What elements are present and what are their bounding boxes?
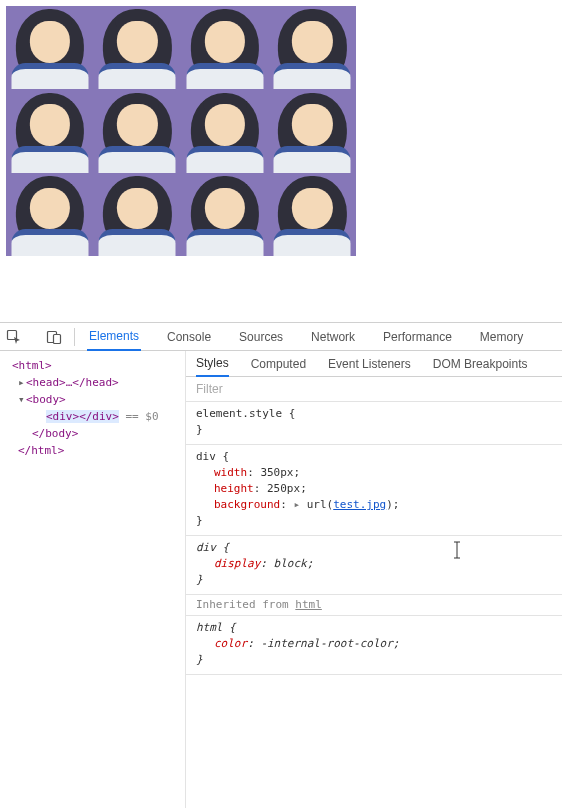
tab-sources[interactable]: Sources [237,323,285,351]
tab-styles[interactable]: Styles [196,351,229,377]
css-rules[interactable]: element.style { } div { width: 350px; he… [186,402,562,675]
inspect-icon[interactable] [6,329,22,345]
svg-rect-2 [54,334,61,343]
tab-memory[interactable]: Memory [478,323,525,351]
devtools-tabbar: Elements Console Sources Network Perform… [0,323,562,351]
rule-element-style[interactable]: element.style { } [186,402,562,445]
styles-filter-input[interactable]: Filter [186,377,562,402]
rendered-div-bg [6,6,356,256]
rule-div-author[interactable]: div { width: 350px; height: 250px; backg… [186,445,562,536]
tab-computed[interactable]: Computed [251,351,306,377]
tab-elements[interactable]: Elements [87,323,141,351]
device-toolbar-icon[interactable] [46,329,62,345]
dom-node[interactable]: <html> [12,359,52,372]
dom-node[interactable]: <body> [26,393,66,406]
bg-url-link[interactable]: test.jpg [333,498,386,511]
text-cursor-icon [452,541,462,559]
dom-node[interactable]: </body> [32,427,78,440]
rule-div-ua[interactable]: div { display: block; } [186,536,562,595]
rule-html-ua[interactable]: html { color: -internal-root-color; } [186,616,562,675]
dom-node[interactable]: </html> [18,444,64,457]
dom-dollar0: == $0 [119,410,159,423]
tab-network[interactable]: Network [309,323,357,351]
devtools-panel: Elements Console Sources Network Perform… [0,322,562,808]
devtools-body: <html> ▸<head>…</head> ▾<body> <div></di… [0,351,562,808]
inherited-from: Inherited from html [186,595,562,616]
tab-event-listeners[interactable]: Event Listeners [328,351,411,377]
app-root: { "devtools": { "main_tabs": ["Elements"… [0,0,562,808]
dom-node-selected[interactable]: <div></div> [46,410,119,423]
tab-dom-breakpoints[interactable]: DOM Breakpoints [433,351,528,377]
dom-node[interactable]: <head>…</head> [26,376,119,389]
tab-console[interactable]: Console [165,323,213,351]
page-viewport [0,0,562,310]
styles-tabbar: Styles Computed Event Listeners DOM Brea… [186,351,562,377]
tab-performance[interactable]: Performance [381,323,454,351]
dom-tree[interactable]: <html> ▸<head>…</head> ▾<body> <div></di… [0,351,186,808]
styles-pane: Styles Computed Event Listeners DOM Brea… [186,351,562,808]
